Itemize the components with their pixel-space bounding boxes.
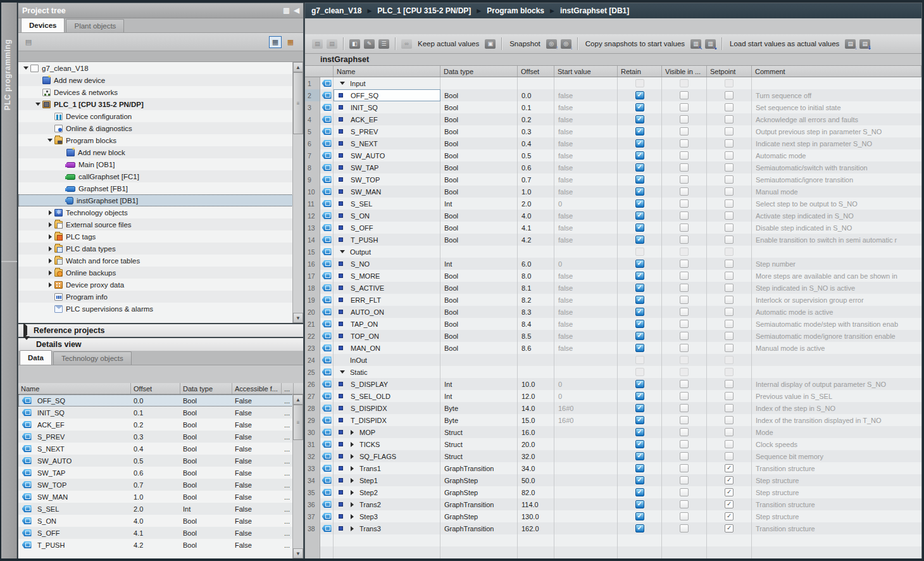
retain-checkbox[interactable] [635,488,644,496]
db-row-number[interactable]: 4 [305,113,320,125]
visible-checkbox[interactable] [680,404,689,412]
db-start-value-cell[interactable] [554,498,618,510]
tree-item-devices-networks[interactable]: Devices & networks [18,86,303,98]
db-type-cell[interactable] [440,354,518,366]
db-type-cell[interactable] [440,246,518,258]
visible-checkbox[interactable] [680,308,689,316]
db-name-cell[interactable]: S_ON [334,210,440,222]
db-row-number[interactable]: 14 [305,234,320,246]
db-comment-cell[interactable]: Transition structure [752,462,921,474]
db-name-cell[interactable]: SW_TAP [334,161,440,173]
details-col-2[interactable]: Data type [180,383,232,394]
retain-checkbox[interactable] [635,500,644,508]
details-name[interactable]: S_ON [35,517,131,525]
db-name-cell[interactable]: AUTO_ON [334,306,440,318]
db-type-cell[interactable]: GraphStep [440,510,518,522]
db-row-number[interactable]: 27 [305,390,320,402]
db-row-number[interactable]: 7 [305,149,320,161]
db-comment-cell[interactable]: More steps are available and can be show… [752,270,921,282]
visible-checkbox[interactable] [680,428,689,436]
details-row[interactable]: S_PREV0.3BoolFalse... [18,431,303,443]
db-start-value-cell[interactable]: 0 [554,378,618,390]
struct-expander-icon[interactable] [348,466,356,471]
visible-checkbox[interactable] [680,476,689,484]
visible-checkbox[interactable] [680,392,689,400]
db-row-number[interactable]: 10 [305,186,320,198]
tree-expander-down-icon[interactable] [34,103,42,106]
visible-checkbox[interactable] [680,500,689,508]
details-name[interactable]: S_OFF [35,529,131,537]
columns-icon[interactable]: ▥ [283,6,289,15]
collapse-left-icon[interactable]: ◀ [294,6,299,15]
db-col-comment[interactable]: Comment [752,66,921,77]
db-name-cell[interactable]: Step3 [334,510,440,522]
setpoint-checkbox[interactable] [725,199,734,208]
setpoint-checkbox[interactable] [725,296,734,304]
tree-item-plc-1-cpu-315-2-pn-dp-[interactable]: PLC_1 [CPU 315-2 PN/DP] [18,98,303,110]
db-start-value-cell[interactable]: false [554,282,618,294]
breadcrumb-item[interactable]: instGraphset [DB1] [560,6,629,15]
tree-expander-right-icon[interactable] [46,246,54,251]
tree-item-online-diagnostics[interactable]: Online & diagnostics [18,122,303,134]
details-row[interactable]: SW_TAP0.6BoolFalse... [18,467,303,479]
retain-checkbox[interactable] [635,344,644,352]
db-name-cell[interactable]: MAN_ON [334,342,440,354]
visible-checkbox[interactable] [680,284,689,292]
details-row[interactable]: SW_TOP0.7BoolFalse... [18,479,303,491]
retain-checkbox[interactable] [635,224,644,232]
setpoint-checkbox[interactable] [725,476,734,484]
db-type-cell[interactable]: Bool [440,306,518,318]
db-comment-cell[interactable]: Semiautomatic/ignore transition [752,173,921,186]
tree-item-add-new-block[interactable]: Add new block [18,146,303,158]
details-name[interactable]: INIT_SQ [35,409,131,417]
details-name[interactable]: S_NEXT [35,445,131,453]
db-name-cell[interactable]: Step1 [334,474,440,486]
tree-item-program-info[interactable]: Program info [18,291,303,303]
db-type-cell[interactable]: Bool [440,330,518,342]
setpoint-checkbox[interactable] [725,308,734,316]
load-values-icon[interactable]: ▤↓ [845,39,856,49]
visible-checkbox[interactable] [680,512,689,520]
db-name-cell[interactable]: Trans3 [334,522,440,534]
db-type-cell[interactable]: Bool [440,101,518,113]
details-col-4[interactable]: ... [282,383,294,394]
setpoint-checkbox[interactable] [725,488,734,496]
tree-item-main-ob1-[interactable]: Main [OB1] [18,158,303,170]
setpoint-checkbox[interactable] [725,115,734,123]
db-row-number[interactable]: 19 [305,294,320,306]
breadcrumb-item[interactable]: g7_clean_V18 [311,6,361,15]
tree-item-program-blocks[interactable]: Program blocks [18,134,303,146]
setpoint-checkbox[interactable] [725,392,734,400]
db-type-cell[interactable]: Int [440,258,518,270]
setpoint-checkbox[interactable] [725,211,734,220]
details-name[interactable]: SW_AUTO [35,457,131,465]
db-comment-cell[interactable] [752,246,921,258]
tree-expander-right-icon[interactable] [46,234,54,239]
db-row-number[interactable]: 33 [305,462,320,474]
retain-checkbox[interactable] [635,272,644,280]
db-row-number[interactable]: 37 [305,510,320,522]
struct-expander-icon[interactable] [348,514,356,519]
db-comment-cell[interactable]: Step number [752,258,921,270]
struct-expander-icon[interactable] [348,442,356,447]
setpoint-checkbox[interactable] [725,464,734,472]
db-start-value-cell[interactable]: false [554,149,618,161]
db-comment-cell[interactable]: Index of the transition displayed in T_N… [752,414,921,426]
db-name-cell[interactable]: Output [334,246,440,258]
visible-checkbox[interactable] [680,524,689,533]
section-expander-icon[interactable] [339,370,346,374]
db-type-cell[interactable]: Bool [440,149,518,161]
db-comment-cell[interactable]: Output previous step in parameter S_NO [752,125,921,137]
db-comment-cell[interactable]: Automatic mode [752,149,921,161]
visible-checkbox[interactable] [680,139,689,148]
tree-expander-right-icon[interactable] [46,258,54,263]
db-type-cell[interactable]: Struct [440,438,518,450]
details-view-bar[interactable]: Details view [18,337,303,351]
db-start-value-cell[interactable] [554,486,618,498]
copy-snapshot-icon[interactable]: ▥↖ [690,39,701,49]
visible-checkbox[interactable] [680,175,689,184]
expand-all-icon[interactable]: ☰ [378,39,389,49]
db-name-cell[interactable]: S_NEXT [334,137,440,149]
db-name-cell[interactable]: S_OFF [334,222,440,234]
tree-item-g7-clean-v18[interactable]: g7_clean_V18 [18,62,303,74]
